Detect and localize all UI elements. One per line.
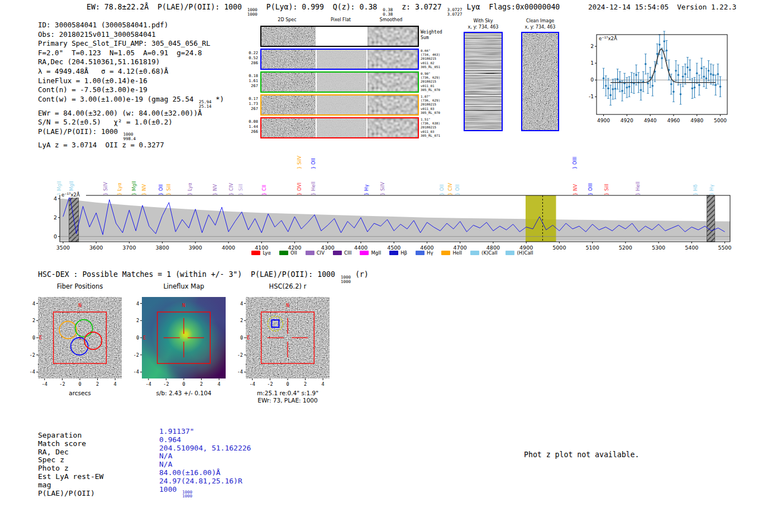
twod-row-right-labels: 1.51"(736, 638)20180215v011_03305_RL_071 [421,118,446,138]
noise-texture [368,95,418,114]
cutout-x-tick: 4 [218,381,221,387]
mini-x-tick: 4900 [597,118,610,123]
legend-item: (K)CaII [470,250,497,256]
noise-texture [317,118,366,137]
cutout-y-tick: 0 [240,335,243,341]
twod-row-left-value: 267 [244,107,258,112]
match-row-label: Photo z [38,464,103,473]
twod-spec-row [260,26,419,47]
twod-row-right-value: 20180215 [421,57,446,61]
clean-image-title: Clean Image [526,18,554,23]
cutout-caption: s/b: 2.43 +/- 0.104 [127,390,240,396]
report-version: Version 1.22.3 [677,3,736,11]
info-line: λ = 4949.48Å σ = 4.12(±0.68)Å [38,67,224,76]
cutout-panel-lineflux: Lineflux MapNE-4-4-2-2002244s/b: 2.43 +/… [127,282,240,404]
info-line: Obs: 20180215v011_3000584041 [38,30,224,40]
legend-label: (K)CaII [481,250,497,256]
info-line: Primary Spec_Slot_IFU_AMP: 305_045_056_R… [38,39,224,49]
spectrum-legend: LyαOIICIVCIIIMgIIHβHγHeII(K)CaII(H)CaII [47,250,737,256]
info-line: LyA z = 3.0714 OII z = 0.3277 [38,141,224,150]
info-line: S/N = 5.2(±0.5) χ² = 1.0(±0.2) [38,118,224,127]
clean-image [521,32,559,131]
twod-row-right-value: (736, 629) [421,76,446,80]
noise-texture [261,118,316,137]
twod-row-right-value: (736, 629) [421,99,446,103]
clean-image-noise [522,33,558,130]
full-spectrum-chart: 3500360037003800390040004100420043004400… [47,189,737,259]
twod-row-right-value: 305_RL_070 [421,88,446,92]
match-row-value: 1.91137" [159,428,251,436]
twod-spec-cell [261,73,316,92]
twod-row-left-value: 0.18 [244,74,258,79]
spacer [669,3,677,11]
photz-note: Phot z plot not available. [524,450,639,459]
match-row-value: 24.97(24.81,25.16)R [159,477,251,486]
report-summary-header: EW: 78.8±22.2Å P(LAE)/P(OII): 1000 10001… [87,3,560,17]
info-line: Cont(w) = 3.00(±1.00)e-19 (gmag 25.54 25… [38,95,224,109]
legend-swatch [279,251,288,255]
twod-row-left-value: 0.22 [244,51,258,56]
info-line: Cont(n) = -7.50(±3.00)e-19 [38,85,224,95]
cutout-x-tick: 0 [78,381,81,387]
with-sky-coords: x, y: 734, 463 [468,25,499,30]
fraction: 0.380.38 [383,8,393,17]
twod-row-left-value: 1.73 [244,102,258,107]
twod-spec-cell [261,118,316,137]
compass-e: E [39,335,42,341]
twod-spec-row [260,117,419,138]
twod-spec-cell [261,50,316,69]
spectrum-y-tick: 0 [54,233,57,239]
match-row-value: 84.00(±16.00)Å [159,469,251,477]
twod-row-right-value: 20180215 [421,103,446,107]
col-header-smoothed: Smoothed [380,17,403,22]
cutout-y-tick: 4 [32,301,35,306]
legend-swatch [389,251,398,255]
noise-texture [317,95,366,114]
spectrum-y-tick: 4 [54,195,57,202]
twod-spec-cell [261,27,316,46]
cutout-x-tick: 2 [96,381,99,387]
twod-row-right-value: 1.07" [421,95,446,99]
spectrum-y-tick: 2 [54,214,57,221]
noise-texture [465,33,502,130]
twod-spec-cell [317,95,366,114]
legend-label: Hβ [400,250,407,256]
report-datetime: 2024-12-14 15:54:05 [588,3,669,11]
legend-label: Hγ [427,250,433,256]
twod-spec-cell [261,95,316,114]
twod-spec-cell [368,118,418,137]
cutout-y-tick: 2 [240,318,243,323]
cutout-x-tick: 4 [322,381,325,387]
twod-spec-cell [317,73,366,92]
emission-line-label: } OIII [572,157,578,169]
twod-row-right-labels: WeightedSum [421,30,446,41]
cutout-x-tick: 4 [114,381,117,387]
noise-texture [317,73,366,92]
cutout-y-tick: 4 [136,301,139,306]
info-line: RA,Dec (204.510361,51.161819) [38,57,224,67]
cutout-overlay: NE-4-4-2-2002244 [231,282,344,404]
cutout-panel-fiber: Fiber PositionsNE-4-4-2-2002244arcsecs [23,282,136,404]
match-table-labels: SeparationMatch scoreRA, DecSpec zPhoto … [38,432,103,497]
twod-row-right-value: 20180215 [421,80,446,84]
with-sky-title: With Sky [474,18,493,23]
match-row-label: mag [38,481,103,490]
mini-y-tick: 0 [590,77,594,83]
match-row-value: N/A [159,461,251,469]
noise-texture [368,27,418,46]
mini-y-tick: -1 [589,94,594,99]
compass-e: E [143,335,146,341]
compass-e: E [247,335,250,341]
legend-label: (H)CaII [517,250,533,256]
match-row-label: Separation [38,432,103,440]
twod-row-right-value: v011_02 [421,61,446,65]
noise-texture [368,50,418,69]
fraction: 25.9425.14 [199,100,212,109]
cutout-x-tick: 0 [286,381,289,387]
twod-row-left-value: 266 [244,130,258,135]
legend-swatch [470,251,479,255]
cutout-x-tick: -4 [146,381,151,387]
twod-spec-cell [317,27,366,46]
match-row-label: Spec z [38,456,103,464]
cutout-y-tick: -2 [30,352,35,358]
